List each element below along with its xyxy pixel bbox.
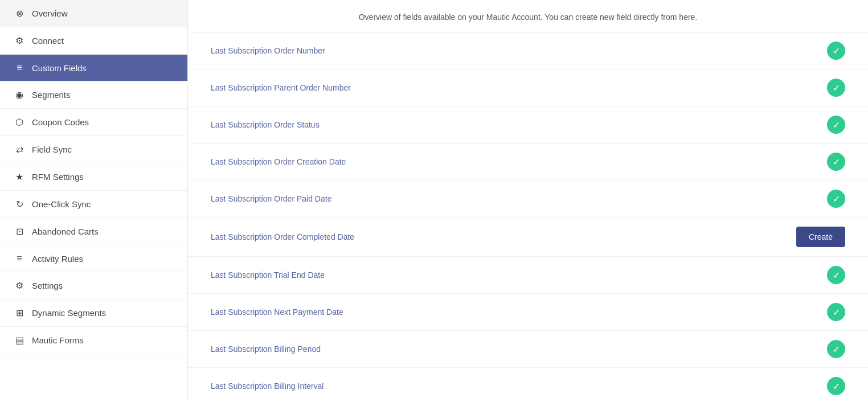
sidebar-item-label-segments: Segments: [32, 90, 71, 100]
field-row-3: Last Subscription Order Status✓: [188, 106, 868, 143]
rfm-settings-icon: ★: [14, 171, 25, 182]
field-status-3: ✓: [827, 116, 845, 134]
settings-icon: ⚙: [14, 280, 25, 291]
sidebar-item-overview[interactable]: ⊗Overview: [0, 0, 187, 27]
sidebar-item-label-rfm-settings: RFM Settings: [32, 172, 84, 182]
field-row-4: Last Subscription Order Creation Date✓: [188, 143, 868, 181]
check-icon-7: ✓: [827, 266, 845, 284]
sidebar-item-custom-fields[interactable]: ≡Custom Fields: [0, 55, 187, 81]
field-status-9: ✓: [827, 340, 845, 358]
sidebar-item-mautic-forms[interactable]: ▤Mautic Forms: [0, 327, 187, 354]
field-name-5: Last Subscription Order Paid Date: [211, 194, 331, 203]
sidebar-item-abandoned-carts[interactable]: ⊡Abandoned Carts: [0, 218, 187, 245]
field-name-8: Last Subscription Next Payment Date: [211, 307, 343, 317]
activity-rules-icon: ≡: [14, 253, 25, 264]
sidebar-item-label-connect: Connect: [32, 36, 64, 46]
mautic-forms-icon: ▤: [14, 335, 25, 346]
sidebar-item-label-abandoned-carts: Abandoned Carts: [32, 227, 99, 236]
field-name-10: Last Subscription Billing Interval: [211, 382, 324, 391]
sidebar-item-label-mautic-forms: Mautic Forms: [32, 335, 84, 345]
sidebar-item-field-sync[interactable]: ⇄Field Sync: [0, 136, 187, 163]
sidebar-item-label-coupon-codes: Coupon Codes: [32, 117, 89, 127]
check-icon-4: ✓: [827, 153, 845, 171]
field-status-10: ✓: [827, 377, 845, 395]
sidebar-item-settings[interactable]: ⚙Settings: [0, 272, 187, 300]
sidebar-item-label-settings: Settings: [32, 281, 63, 290]
field-row-8: Last Subscription Next Payment Date✓: [188, 294, 868, 331]
field-row-6: Last Subscription Order Completed DateCr…: [188, 218, 868, 257]
segments-icon: ◉: [14, 89, 25, 100]
page-description: Overview of fields available on your Mau…: [188, 0, 868, 32]
sidebar-item-label-one-click-sync: One-Click Sync: [32, 199, 91, 209]
field-row-1: Last Subscription Order Number✓: [188, 32, 868, 69]
field-status-8: ✓: [827, 303, 845, 321]
sidebar-item-label-activity-rules: Activity Rules: [32, 254, 83, 264]
check-icon-3: ✓: [827, 116, 845, 134]
field-name-6: Last Subscription Order Completed Date: [211, 232, 354, 241]
field-name-3: Last Subscription Order Status: [211, 120, 320, 129]
field-name-1: Last Subscription Order Number: [211, 46, 325, 55]
abandoned-carts-icon: ⊡: [14, 226, 25, 237]
field-status-6: Create: [796, 227, 845, 247]
field-row-10: Last Subscription Billing Interval✓: [188, 368, 868, 402]
sidebar-item-connect[interactable]: ⚙Connect: [0, 27, 187, 55]
sidebar-item-segments[interactable]: ◉Segments: [0, 81, 187, 109]
check-icon-5: ✓: [827, 190, 845, 208]
sidebar-item-label-field-sync: Field Sync: [32, 145, 72, 154]
dynamic-segments-icon: ⊞: [14, 307, 25, 318]
sidebar: ⊗Overview⚙Connect≡Custom Fields◉Segments…: [0, 0, 188, 402]
field-row-5: Last Subscription Order Paid Date✓: [188, 181, 868, 218]
one-click-sync-icon: ↻: [14, 199, 25, 210]
sidebar-item-rfm-settings[interactable]: ★RFM Settings: [0, 163, 187, 191]
sidebar-item-label-overview: Overview: [32, 9, 68, 18]
field-name-4: Last Subscription Order Creation Date: [211, 157, 346, 166]
field-status-7: ✓: [827, 266, 845, 284]
sidebar-item-dynamic-segments[interactable]: ⊞Dynamic Segments: [0, 300, 187, 327]
main-content: Overview of fields available on your Mau…: [188, 0, 868, 402]
sidebar-item-label-dynamic-segments: Dynamic Segments: [32, 308, 106, 318]
field-row-9: Last Subscription Billing Period✓: [188, 331, 868, 368]
check-icon-10: ✓: [827, 377, 845, 395]
check-icon-1: ✓: [827, 42, 845, 60]
field-status-2: ✓: [827, 79, 845, 97]
check-icon-9: ✓: [827, 340, 845, 358]
field-sync-icon: ⇄: [14, 144, 25, 155]
field-row-2: Last Subscription Parent Order Number✓: [188, 69, 868, 106]
check-icon-8: ✓: [827, 303, 845, 321]
sidebar-item-label-custom-fields: Custom Fields: [32, 63, 87, 73]
field-status-1: ✓: [827, 42, 845, 60]
field-name-7: Last Subscription Trial End Date: [211, 270, 325, 280]
coupon-codes-icon: ⬡: [14, 117, 25, 128]
fields-list: Last Subscription Order Number✓Last Subs…: [188, 32, 868, 402]
custom-fields-icon: ≡: [14, 63, 25, 73]
field-name-9: Last Subscription Billing Period: [211, 344, 321, 354]
overview-icon: ⊗: [14, 8, 25, 19]
check-icon-2: ✓: [827, 79, 845, 97]
create-button-6[interactable]: Create: [796, 227, 845, 247]
field-status-5: ✓: [827, 190, 845, 208]
sidebar-item-activity-rules[interactable]: ≡Activity Rules: [0, 245, 187, 272]
field-name-2: Last Subscription Parent Order Number: [211, 83, 351, 92]
connect-icon: ⚙: [14, 35, 25, 46]
sidebar-item-one-click-sync[interactable]: ↻One-Click Sync: [0, 191, 187, 218]
sidebar-item-coupon-codes[interactable]: ⬡Coupon Codes: [0, 109, 187, 136]
field-status-4: ✓: [827, 153, 845, 171]
field-row-7: Last Subscription Trial End Date✓: [188, 257, 868, 294]
